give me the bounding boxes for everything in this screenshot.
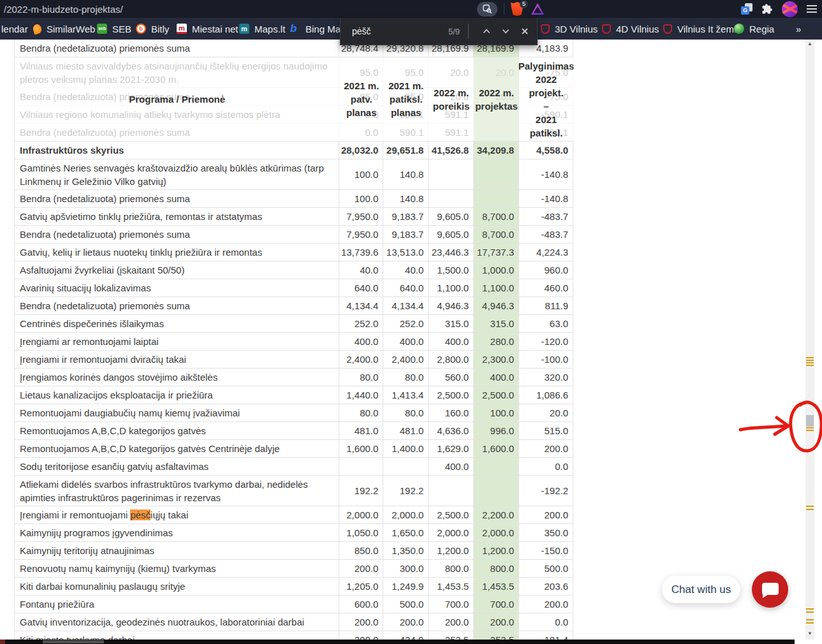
value-cell: 300.0 [383, 560, 429, 577]
scroll-up-button[interactable]: ▲ [805, 40, 814, 48]
value-cell: 2,000.0 [339, 506, 383, 523]
value-cell: 1,200.0 [429, 542, 474, 559]
bookmark-label: SEB [112, 24, 131, 34]
budget-table: Bendra (nedetalizuota) priemonės suma28,… [14, 40, 573, 644]
value-cell: 63.0 [519, 315, 573, 332]
value-cell: 200.0 [519, 506, 573, 523]
value-cell: 515.0 [519, 422, 573, 439]
bookmark-3d-vilnius[interactable]: 3D Vilnius [541, 18, 598, 40]
program-text: Sodų teritorijose esančių gatvių asfalta… [20, 460, 209, 473]
horizontal-scrollbar-thumb[interactable] [43, 640, 104, 643]
find-divider [468, 24, 469, 39]
bookmark-bitly[interactable]: bBitly [136, 18, 169, 40]
value-cell: 0.0 [519, 613, 573, 631]
extensions-puzzle-icon[interactable] [761, 3, 773, 15]
value-cell: -120.0 [519, 333, 573, 350]
table-row: Kaimynijų programos įgyvendinimas1,050.0… [15, 524, 573, 542]
bookmark-maps-lt[interactable]: mMaps.lt [239, 18, 285, 40]
chat-with-us-button[interactable]: Chat with us [662, 576, 740, 603]
brave-shields-button[interactable]: 5 [511, 2, 525, 16]
program-cell: Avarinių situacijų lokalizavimas [15, 279, 339, 296]
extension-triangle-icon[interactable] [531, 3, 544, 15]
find-previous-button[interactable] [477, 22, 496, 41]
toolbar-divider [504, 3, 504, 15]
find-query-input[interactable]: pėšč [352, 26, 371, 36]
value-cell: 192.2 [339, 476, 383, 506]
value-cell: 4,636.0 [429, 422, 474, 439]
value-cell: 2,000.0 [429, 524, 474, 541]
menu-button[interactable] [807, 5, 817, 13]
bookmark-seb[interactable]: sebSEB [97, 18, 131, 40]
regia-globe-icon [734, 24, 744, 34]
close-icon [521, 27, 529, 35]
chat-launcher-button[interactable] [752, 571, 788, 608]
bookmark-label: 4D Vilnius [616, 24, 659, 34]
scrollbar-thumb[interactable] [806, 415, 814, 427]
value-cell: -150.0 [519, 542, 573, 559]
value-cell: 2,000.0 [474, 524, 519, 541]
find-next-button[interactable] [496, 22, 515, 41]
red-arrow-head [775, 418, 788, 434]
program-text: Įrengiamos korinės dangos stovėjimo aikš… [20, 370, 217, 384]
bookmark-calendar[interactable]: lendar [1, 18, 28, 40]
bookmark-miestai-net[interactable]: mMiestai net [177, 18, 239, 40]
value-cell: 320.0 [519, 369, 573, 386]
program-text: Kaimynijų teritorijų atnaujinimas [20, 544, 154, 557]
lens-search-button[interactable] [477, 2, 497, 17]
value-cell: 200.0 [339, 560, 383, 577]
bookmarks-overflow-button[interactable]: » [796, 18, 801, 40]
scroll-down-button[interactable]: ▼ [805, 629, 814, 638]
value-cell: 100.0 [474, 404, 519, 421]
value-cell: 1,100.0 [429, 279, 474, 296]
value-cell: -483.7 [519, 226, 573, 243]
program-text: Gamtinės Neries senvagės kraštovaizdžio … [20, 161, 332, 188]
bing-maps-icon: b [290, 24, 300, 34]
value-cell: 9,183.7 [383, 226, 429, 243]
program-text: Bendra (nedetalizuota) priemonės suma [20, 192, 190, 205]
value-cell: 200.0 [429, 613, 474, 631]
horizontal-scrollbar[interactable] [0, 640, 795, 644]
value-cell: 481.0 [383, 422, 429, 439]
table-row: Įrengiamos korinės dangos stovėjimo aikš… [15, 369, 573, 386]
value-cell: 600.0 [339, 596, 383, 613]
value-cell: 9,183.7 [383, 208, 429, 225]
value-cell: 140.8 [383, 159, 429, 189]
value-cell: 640.0 [383, 279, 429, 296]
value-cell: 8,700.0 [474, 208, 519, 225]
find-close-button[interactable] [515, 22, 534, 41]
bookmark-vilnius-zem[interactable]: Vilnius It žem. [663, 18, 737, 40]
bookmark-similarweb[interactable]: SimilarWeb [33, 18, 95, 40]
value-cell: 200.0 [339, 613, 383, 631]
value-cell: 460.0 [519, 279, 573, 296]
value-cell: 203.6 [519, 578, 573, 595]
program-cell: Kiti darbai komunalinių paslaugų srityje [15, 578, 339, 595]
value-cell: 2,300.0 [474, 351, 519, 368]
chevron-up-icon [483, 27, 490, 35]
vertical-scrollbar[interactable]: ▲ ▼ [805, 40, 814, 640]
bookmark-regia[interactable]: Regia [734, 18, 774, 40]
value-cell: 252.0 [383, 315, 429, 332]
program-cell: Gatvių apšvietimo tinklų priežiūra, remo… [15, 208, 339, 225]
value-cell: 481.0 [339, 422, 383, 439]
value-cell [429, 159, 474, 189]
table-row: Remontuojamos A,B,C,D kategorijos gatvės… [15, 440, 573, 458]
table-row: Renovuotų namų kaimynijų (kiemų) tvarkym… [15, 560, 573, 578]
value-cell: 400.0 [383, 333, 429, 350]
shield-icon [602, 24, 611, 34]
table-row: Fontanų priežiūra600.0500.0700.0700.0200… [15, 596, 573, 613]
value-cell: 1,100.0 [474, 279, 519, 296]
address-url[interactable]: /2022-m-biudzeto-projektas/ [4, 4, 123, 15]
table-row: Asfaltuojami žvyrkeliai (įskaitant 50/50… [15, 261, 573, 279]
bookmark-4d-vilnius[interactable]: 4D Vilnius [602, 18, 659, 40]
table-header-block: Vilniaus miesto savivaldybės atsinaujina… [15, 57, 573, 142]
program-text: Fontanų priežiūra [20, 597, 94, 611]
program-text: Bendra (nedetalizuota) priemonės suma [20, 299, 190, 312]
translate-extension-button[interactable]: G [741, 3, 752, 15]
value-cell [474, 458, 519, 475]
program-cell: Įrengiami ir remontuojami pėsčiųjų takai [15, 506, 339, 523]
bookmark-label: 3D Vilnius [555, 24, 598, 34]
find-marker [806, 427, 814, 428]
value-cell: 1,200.0 [474, 542, 519, 559]
profile-avatar[interactable] [782, 1, 798, 17]
value-cell: 500.0 [519, 560, 573, 577]
